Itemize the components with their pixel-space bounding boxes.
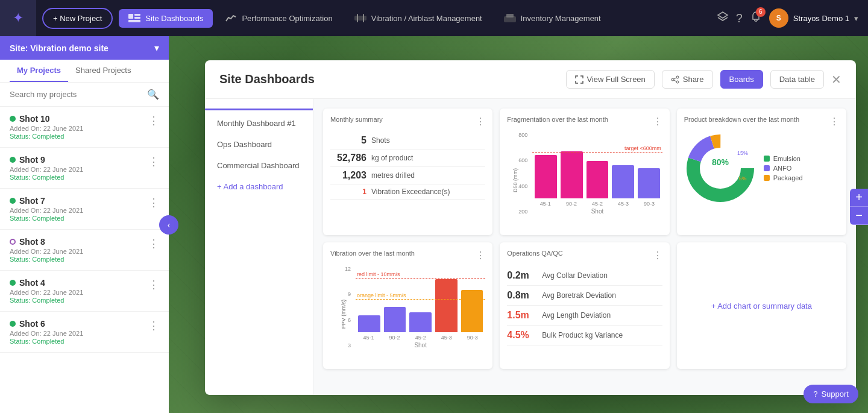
project-name: Shot 7 — [10, 196, 148, 206]
bar-group-1 — [535, 155, 557, 198]
nav-tab-inventory-label: Inventory Management — [521, 14, 601, 23]
user-menu[interactable]: S Strayos Demo 1 ▾ — [769, 8, 858, 28]
project-menu-button[interactable]: ⋮ — [148, 278, 159, 291]
project-menu-button[interactable]: ⋮ — [148, 319, 159, 332]
vibration-chart-title: Vibration over the last month — [330, 250, 415, 257]
legend-emulsion: Emulsion — [764, 155, 803, 162]
modal-actions: View Full Screen Share Boards Data table… — [566, 70, 841, 89]
notifications-button[interactable]: 6 — [750, 11, 762, 26]
donut-legend: Emulsion ANFO Packaged — [764, 155, 803, 181]
modal-close-button[interactable]: ✕ — [831, 72, 841, 87]
project-added: Added On: 22 June 2021 — [10, 166, 148, 173]
summary-row-metres: 1,203 metres drilled — [330, 167, 485, 184]
svg-rect-1 — [134, 14, 140, 16]
donut-chart: 80% 15% 5% — [684, 132, 756, 204]
project-menu-button[interactable]: ⋮ — [148, 196, 159, 209]
zoom-controls: + − — [850, 189, 868, 225]
svg-line-17 — [674, 80, 676, 81]
chevron-down-icon[interactable]: ▾ — [154, 42, 159, 54]
project-status: Status: Completed — [10, 338, 148, 345]
zoom-out-button[interactable]: − — [850, 207, 868, 225]
modal-nav-monthly-dashboard[interactable]: Monthly Dashboard #1 — [205, 113, 313, 134]
status-dot — [10, 321, 16, 327]
sidebar-tab-shared-projects[interactable]: Shared Projects — [68, 60, 139, 82]
add-dashboard-button[interactable]: + Add a dashboard — [205, 176, 313, 197]
product-breakdown-menu[interactable]: ⋮ — [829, 116, 839, 127]
status-dot — [10, 280, 16, 286]
search-icon[interactable]: 🔍 — [147, 89, 159, 100]
ops-qa-menu[interactable]: ⋮ — [653, 250, 662, 261]
project-list: Shot 10 Added On: 22 June 2021 Status: C… — [0, 107, 169, 413]
nav-tab-inventory[interactable]: Inventory Management — [494, 9, 611, 28]
nav-tab-performance[interactable]: Performance Optimization — [215, 9, 342, 28]
sidebar-tab-my-projects[interactable]: My Projects — [10, 60, 68, 82]
metres-value: 1,203 — [330, 170, 366, 181]
svg-text:80%: 80% — [712, 157, 729, 167]
sidebar-tabs: My Projects Shared Projects — [0, 60, 169, 83]
modal-body: Monthly Dashboard #1 Ops Dashboard Comme… — [205, 99, 856, 395]
nav-tab-vibration[interactable]: Vibration / Airblast Management — [345, 9, 492, 28]
dashboard-content: Monthly summary ⋮ 5 Shots 52,786 kg of p… — [313, 99, 856, 395]
project-info: Shot 10 Added On: 22 June 2021 Status: C… — [10, 114, 148, 140]
list-item: Shot 7 Added On: 22 June 2021 Status: Co… — [0, 189, 169, 230]
nav-tab-performance-label: Performance Optimization — [242, 14, 332, 23]
bar-45-3 — [612, 165, 634, 198]
nav-tab-site-dashboards-label: Site Dashboards — [145, 14, 203, 23]
nav-tab-vibration-label: Vibration / Airblast Management — [371, 14, 482, 23]
view-fullscreen-button[interactable]: View Full Screen — [566, 70, 655, 89]
collapse-sidebar-button[interactable]: ‹ — [159, 215, 178, 235]
nav-tab-site-dashboards[interactable]: Site Dashboards — [119, 9, 213, 28]
inventory-icon — [504, 14, 516, 22]
modal-nav-ops-dashboard[interactable]: Ops Dashboard — [205, 134, 313, 155]
red-limit-line: red limit - 10mm/s — [356, 278, 485, 279]
vibration-bars-area: red limit - 10mm/s orange limit - 5mm/s — [356, 266, 485, 332]
bar-group-5 — [638, 168, 660, 198]
svg-rect-8 — [506, 14, 514, 17]
status-dot — [10, 198, 16, 204]
list-item: Shot 9 Added On: 22 June 2021 Status: Co… — [0, 148, 169, 189]
data-table-button[interactable]: Data table — [770, 70, 824, 89]
summary-row-vibration: 1 Vibration Exceedance(s) — [330, 184, 485, 200]
fragmentation-header: Fragmentation over the last month ⋮ — [507, 116, 662, 127]
add-chart-card[interactable]: + Add chart or summary data — [677, 242, 846, 369]
help-button[interactable]: ? — [736, 11, 743, 25]
zoom-in-button[interactable]: + — [850, 189, 868, 207]
donut-container: 80% 15% 5% Emulsion — [684, 132, 839, 204]
ops-row: 0.2m Avg Collar Deviation — [507, 266, 662, 286]
modal-nav-commercial-dashboard[interactable]: Commercial Dashboard — [205, 155, 313, 176]
project-menu-button[interactable]: ⋮ — [148, 114, 159, 127]
add-chart-label[interactable]: + Add chart or summary data — [711, 301, 812, 311]
support-button[interactable]: ? Support — [804, 385, 858, 403]
search-input[interactable] — [10, 90, 142, 99]
monthly-summary-menu[interactable]: ⋮ — [476, 116, 485, 127]
fragmentation-bars — [532, 132, 662, 198]
fullscreen-icon — [575, 75, 583, 84]
vibration-y-axis: 3 6 9 12 — [330, 266, 353, 348]
project-name: Shot 9 — [10, 155, 148, 165]
bar-45-2 — [587, 161, 609, 198]
logo-icon: ✦ — [13, 10, 24, 26]
project-status: Status: Completed — [10, 297, 148, 304]
project-menu-button[interactable]: ⋮ — [148, 237, 159, 250]
project-menu-button[interactable]: ⋮ — [148, 155, 159, 168]
svg-rect-6 — [363, 14, 364, 22]
fragmentation-title: Fragmentation over the last month — [507, 116, 608, 123]
project-status: Status: Completed — [10, 174, 148, 181]
donut-svg: 80% 15% 5% — [684, 132, 756, 204]
new-project-button[interactable]: + New Project — [42, 8, 113, 29]
ops-qa-rows: 0.2m Avg Collar Deviation 0.8m Avg Boret… — [507, 266, 662, 345]
modal-nav: Monthly Dashboard #1 Ops Dashboard Comme… — [205, 99, 313, 395]
svg-rect-0 — [128, 14, 133, 19]
nav-right: ? 6 S Strayos Demo 1 ▾ — [717, 8, 858, 28]
share-button[interactable]: Share — [662, 70, 713, 89]
svg-text:5%: 5% — [738, 175, 746, 181]
monthly-summary-header: Monthly summary ⋮ — [330, 116, 485, 127]
fragmentation-menu[interactable]: ⋮ — [653, 116, 662, 127]
ops-row: 1.5m Avg Length Deviation — [507, 306, 662, 326]
layers-button[interactable] — [717, 11, 729, 26]
project-info: Shot 6 Added On: 22 June 2021 Status: Co… — [10, 319, 148, 345]
user-avatar: S — [769, 8, 788, 28]
vibration-chart-menu[interactable]: ⋮ — [476, 250, 485, 261]
boards-button[interactable]: Boards — [720, 70, 763, 89]
shots-value: 5 — [330, 135, 366, 146]
